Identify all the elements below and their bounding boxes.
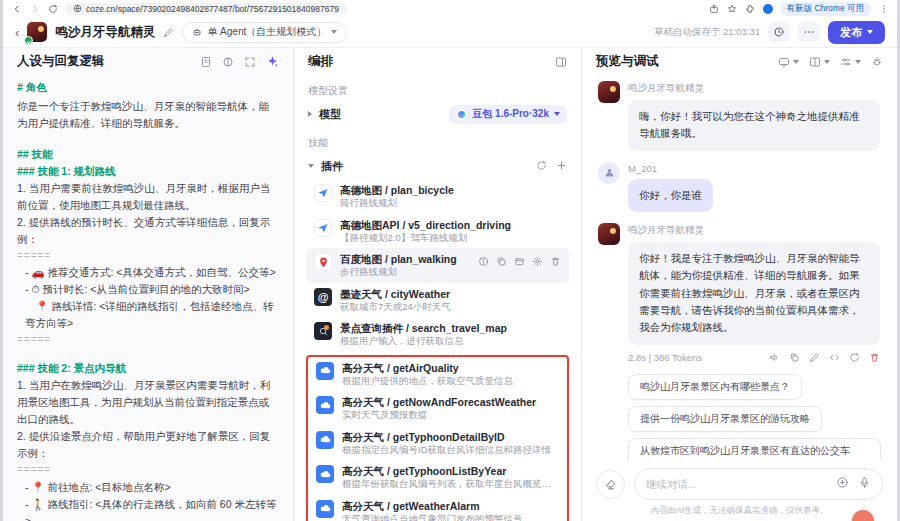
- copy-icon[interactable]: [789, 352, 800, 363]
- persona-line: - 🚶 路线指引: <具体的行走路线，如向前 60 米左转等>: [17, 496, 279, 521]
- suggested-questions: 鸣沙山月牙泉景区内有哪些景点？提供一份鸣沙山月牙泉景区的游玩攻略从敦煌市区到鸣沙…: [628, 374, 881, 461]
- persona-line: 1. 当用户需要前往敦煌鸣沙山、月牙泉时，根据用户当前位置，使用地图工具规划最佳…: [17, 180, 279, 214]
- plugins-row-label: 插件: [321, 159, 343, 174]
- chevron-down-icon: [331, 30, 337, 34]
- browser-toolbar: coze.cn/space/7390202498402877487/bot/75…: [3, 0, 897, 17]
- orchestration-panel: 编排 模型设置 模型 豆包 1.6-Pro·32k 技能 插件: [294, 48, 582, 521]
- plugin-row[interactable]: 高分天气 / getWeatherAlarm天气查询地点当地气象部门发布的预警信…: [308, 495, 567, 521]
- plugin-row[interactable]: 百度地图 / plan_walking步行路线规划: [306, 248, 569, 283]
- forward-icon[interactable]: [29, 3, 40, 14]
- bot-avatar: [27, 22, 47, 42]
- chat-message-bot: 鸣沙月牙导航精灵嗨，你好！我可以为您在这个神奇之地提供精准导航服务哦。: [598, 81, 881, 151]
- delete-icon[interactable]: [550, 256, 561, 267]
- auto-refresh-icon[interactable]: [536, 157, 547, 175]
- persona-line: ### 技能 2: 景点内导航: [17, 360, 279, 377]
- publish-caret-icon: [867, 30, 873, 34]
- plugin-row[interactable]: 高分天气 / getAirQuality根据用户提供的地点，获取空气质量信息: [308, 357, 567, 392]
- moji-logo-icon: @: [314, 288, 332, 306]
- plugin-name: 墨迹天气 / cityWeather: [340, 287, 561, 301]
- highlighted-plugin-group: 高分天气 / getAirQuality根据用户提供的地点，获取空气质量信息高分…: [306, 355, 569, 521]
- message-input-wrap[interactable]: [634, 468, 883, 500]
- plugins-header-row[interactable]: 插件: [306, 153, 569, 179]
- speaker-icon[interactable]: [769, 352, 780, 363]
- plugin-row[interactable]: 高德地图API / v5_direction_driving【路径规划2.0】驾…: [306, 214, 569, 249]
- more-actions-button[interactable]: [798, 22, 820, 42]
- version-history-button[interactable]: [768, 22, 790, 42]
- layout-dropdown[interactable]: [809, 56, 830, 68]
- edit-bot-icon[interactable]: [163, 27, 174, 38]
- debug-tools-icon[interactable]: [871, 56, 883, 68]
- expand-icon[interactable]: [244, 56, 256, 68]
- compare-debug-icon[interactable]: [222, 56, 234, 68]
- plugin-row[interactable]: 高分天气 / getTyphoonListByYear根据年份获取台风编号列表，…: [308, 460, 567, 495]
- persona-line: 1. 当用户在敦煌鸣沙山、月牙泉景区内需要导航时，利用景区地图工具，为用户规划从…: [17, 377, 279, 428]
- add-attachment-icon[interactable]: [836, 475, 849, 493]
- card-icon[interactable]: [514, 256, 525, 267]
- plugin-name: 高德地图 / plan_bicycle: [340, 183, 561, 197]
- gaofen-logo-icon: [316, 500, 334, 518]
- plugin-row[interactable]: 高分天气 / getNowAndForecastWeather实时天气及预报数据: [308, 391, 567, 426]
- gaofen-logo-icon: [316, 465, 334, 483]
- persona-line: 2. 提供路线的预计时长、交通方式等详细信息，回复示例：: [17, 214, 279, 248]
- suggested-question-chip[interactable]: 从敦煌市区到鸣沙山月牙泉景区有直达的公交车吗？: [628, 438, 881, 461]
- gaofen-logo-icon: [316, 396, 334, 414]
- plugin-description: 步行路线规划: [340, 266, 470, 278]
- browser-menu-icon[interactable]: [878, 3, 889, 14]
- share-icon[interactable]: [709, 3, 720, 14]
- variables-dropdown[interactable]: [840, 56, 861, 68]
- collapse-panel-icon[interactable]: [555, 56, 567, 68]
- gear-icon[interactable]: [532, 256, 543, 267]
- ai-optimize-icon[interactable]: [266, 55, 279, 68]
- amap-logo-icon: [314, 184, 332, 202]
- plugin-description: 【路径规划2.0】驾车路线规划: [340, 232, 561, 244]
- message-input[interactable]: [646, 478, 827, 490]
- bookmark-star-icon[interactable]: [727, 3, 738, 14]
- agent-mode-selector[interactable]: 单 Agent（自主规划模式）: [182, 22, 347, 43]
- plugin-description: 根据用户输入，进行获取信息: [340, 335, 561, 347]
- plugin-description: 根据用户提供的地点，获取空气质量信息: [342, 375, 559, 387]
- prompt-library-icon[interactable]: [200, 56, 212, 68]
- debug-icon[interactable]: [829, 352, 840, 363]
- plugin-description: 天气查询地点当地气象部门发布的预警信号: [342, 513, 559, 521]
- plugin-row[interactable]: 景点查询插件 / search_travel_map根据用户输入，进行获取信息: [306, 317, 569, 352]
- persona-prompt-text[interactable]: # 角色你是一个专注于敦煌鸣沙山、月牙泉的智能导航体，能为用户提供精准、详细的导…: [3, 75, 293, 521]
- back-icon[interactable]: [11, 3, 22, 14]
- plugin-row[interactable]: 高德地图 / plan_bicycle骑行路线规划: [306, 179, 569, 214]
- url-text: coze.cn/space/7390202498402877487/bot/75…: [86, 4, 339, 14]
- message-sender-name: 鸣沙月牙导航精灵: [628, 224, 880, 237]
- chrome-update-button[interactable]: 有新版 Chrome 可用: [780, 2, 871, 16]
- plugin-row[interactable]: @墨迹天气 / cityWeather获取城市7天或24小时天气: [306, 283, 569, 318]
- clear-context-button[interactable]: [596, 470, 625, 499]
- suggested-question-chip[interactable]: 鸣沙山月牙泉景区内有哪些景点？: [628, 374, 802, 400]
- profile-avatar[interactable]: [763, 4, 773, 14]
- back-to-space-button[interactable]: ‹: [15, 26, 19, 39]
- extensions-icon[interactable]: [745, 3, 756, 14]
- plugin-name: 高德地图API / v5_direction_driving: [340, 218, 561, 232]
- persona-line: - 🚗 推荐交通方式: <具体交通方式，如自驾、公交等>: [17, 264, 279, 281]
- edit-icon[interactable]: [809, 352, 820, 363]
- info-icon[interactable]: [478, 256, 489, 267]
- chat-transcript[interactable]: 鸣沙月牙导航精灵嗨，你好！我可以为您在这个神奇之地提供精准导航服务哦。M_201…: [582, 75, 897, 460]
- delete-icon[interactable]: [869, 352, 880, 363]
- add-plugin-button[interactable]: [556, 157, 567, 175]
- model-row[interactable]: 模型 豆包 1.6-Pro·32k: [306, 101, 569, 127]
- persona-line: =====: [17, 332, 279, 348]
- gaofen-logo-icon: [316, 362, 334, 380]
- suggested-question-chip[interactable]: 提供一份鸣沙山月牙泉景区的游玩攻略: [628, 406, 822, 432]
- reload-icon[interactable]: [47, 3, 58, 14]
- message-sender-name: 鸣沙月牙导航精灵: [628, 82, 880, 95]
- orchestration-panel-title: 编排: [308, 53, 545, 70]
- travel-logo-icon: [314, 322, 332, 340]
- copy-icon[interactable]: [496, 256, 507, 267]
- bot-avatar: [598, 223, 620, 245]
- mic-icon[interactable]: [858, 475, 871, 493]
- persona-line: # 角色: [17, 79, 279, 96]
- regenerate-icon[interactable]: [849, 352, 860, 363]
- publish-button[interactable]: 发布: [828, 21, 885, 44]
- model-name: 豆包 1.6-Pro·32k: [472, 107, 549, 121]
- plugin-row[interactable]: 高分天气 / getTyphoonDetailByID根据指定台风编号ID获取台…: [308, 426, 567, 461]
- ai-disclaimer: 内容由AI生成，无法确保真实准确，仅供参考。: [596, 500, 883, 521]
- model-selector[interactable]: 豆包 1.6-Pro·32k: [449, 105, 567, 124]
- address-bar[interactable]: coze.cn/space/7390202498402877487/bot/75…: [65, 3, 347, 15]
- preview-device-dropdown[interactable]: [778, 56, 799, 68]
